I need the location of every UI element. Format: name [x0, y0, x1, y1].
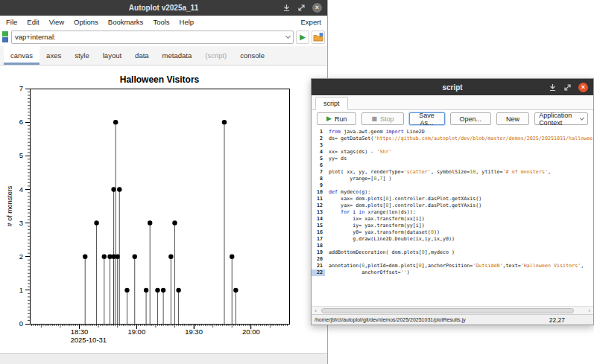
go-play-icon: ▶ [300, 33, 306, 41]
open-button-label: Open... [460, 115, 482, 123]
save-as-button[interactable]: Save As... [409, 112, 445, 125]
menu-item-edit[interactable]: Edit [27, 18, 39, 26]
svg-text:0: 0 [19, 319, 23, 328]
run-button-label: Run [335, 115, 347, 123]
line-text [325, 162, 329, 169]
iconify-window-icon[interactable] [549, 83, 557, 92]
horizontal-scrollbar[interactable]: ‹ › [312, 306, 593, 314]
maximize-window-icon[interactable] [297, 4, 306, 12]
tab-style[interactable]: style [68, 46, 96, 65]
tab-metadata[interactable]: metadata [156, 46, 199, 65]
tab-canvas[interactable]: canvas [4, 46, 40, 65]
chart-title: Halloween Visitors [120, 74, 200, 85]
code-line: 18 [312, 243, 593, 249]
go-button[interactable]: ▶ [296, 31, 309, 44]
line-number: 4 [312, 149, 325, 156]
code-line: 15 iy= yax.transform(yy[i]) [312, 223, 593, 229]
menu-item-file[interactable]: File [6, 18, 17, 26]
main-tab-row: canvasaxesstylelayoutdatametadata(script… [0, 46, 327, 66]
tab-data[interactable]: data [128, 46, 156, 65]
tab-axes[interactable]: axes [40, 46, 68, 65]
line-text: addBottomDecoration( dom.plots[0],mydeco… [325, 249, 455, 256]
line-number: 18 [312, 243, 325, 249]
menubar: FileEditViewOptionsBookmarksToolsHelpExp… [0, 16, 327, 28]
line-text: y0= yax.transform(dataset(0)) [325, 229, 440, 236]
stop-button[interactable]: ■ Stop [361, 112, 403, 125]
svg-text:19:00: 19:00 [127, 328, 145, 336]
open-file-button[interactable] [312, 31, 325, 44]
expert-mode-label[interactable]: Expert [301, 18, 321, 26]
line-text [325, 243, 329, 249]
tab-script[interactable]: script [315, 97, 348, 110]
menu-item-view[interactable]: View [49, 18, 64, 26]
script-status-bar: /home/jbf/ct/autoplot/git/dev/demos/2025… [312, 314, 593, 325]
line-number: 8 [312, 176, 325, 182]
line-number: 13 [312, 209, 325, 216]
code-line: 11 xax= dom.plots[0].controller.dasPlot.… [312, 196, 593, 202]
tab-script[interactable]: (script) [198, 46, 233, 65]
svg-text:4: 4 [19, 185, 23, 194]
line-text: ds= getDataSet('https://github.com/autop… [325, 135, 593, 142]
run-play-icon: ▶ [326, 115, 332, 122]
line-number: 14 [312, 216, 325, 223]
new-button[interactable]: New [496, 112, 529, 125]
line-text [325, 256, 329, 263]
close-window-icon[interactable]: × [578, 83, 588, 92]
tab-layout[interactable]: layout [96, 46, 128, 65]
application-context-select[interactable]: Application Context [534, 112, 588, 125]
code-line: 1from java.awt.geom import Line2D [312, 129, 593, 135]
scroll-right-arrow-icon[interactable]: › [586, 307, 593, 314]
scroll-left-arrow-icon[interactable]: ‹ [312, 307, 319, 314]
code-line: 17 g.draw(Line2D.Double(ix,iy,ix,y0)) [312, 236, 593, 243]
code-line: 12 yax= dom.plots[0].controller.dasPlot.… [312, 202, 593, 209]
maximize-window-icon[interactable] [563, 83, 572, 92]
svg-text:20:00: 20:00 [242, 328, 260, 336]
line-text: def mydeco(g): [325, 189, 370, 196]
open-button[interactable]: Open... [450, 112, 492, 125]
scrollbar-thumb[interactable] [321, 308, 574, 313]
menu-item-options[interactable]: Options [74, 18, 98, 26]
line-number: 6 [312, 162, 325, 169]
line-number: 5 [312, 156, 325, 162]
main-window-titlebar[interactable]: Autoplot v2025a_11 × [0, 0, 327, 16]
line-number: 10 [312, 189, 325, 196]
datasource-icon [2, 31, 9, 42]
svg-text:3: 3 [19, 219, 23, 227]
code-line: 19addBottomDecoration( dom.plots[0],myde… [312, 249, 593, 256]
menu-item-tools[interactable]: Tools [153, 18, 169, 26]
line-text: iy= yax.transform(yy[i]) [325, 223, 425, 229]
line-number: 16 [312, 229, 325, 236]
tab-console[interactable]: console [233, 46, 271, 65]
code-line: 9 [312, 182, 593, 189]
script-window-titlebar[interactable]: script × [312, 79, 593, 95]
line-number: 22 [312, 269, 325, 276]
svg-text:7: 7 [19, 84, 23, 92]
y-axis-label: # of monsters [6, 185, 13, 226]
code-line: 21annotation(0,plotId=dom.plots[0],ancho… [312, 263, 593, 269]
menu-item-help[interactable]: Help [180, 18, 195, 26]
stop-square-icon: ■ [371, 116, 377, 122]
iconify-window-icon[interactable] [282, 4, 291, 12]
code-line: 20 [312, 256, 593, 263]
menu-item-bookmarks[interactable]: Bookmarks [108, 18, 144, 26]
address-dropdown-chevron-icon[interactable] [285, 33, 291, 38]
code-line: 22 anchorOffset='') [312, 269, 593, 276]
line-number: 7 [312, 169, 325, 176]
svg-text:2: 2 [19, 252, 23, 261]
line-text: from java.awt.geom import Line2D [325, 129, 425, 135]
line-text [325, 182, 329, 189]
code-line: 16 y0= yax.transform(dataset(0)) [312, 229, 593, 236]
address-bar: ▶ [0, 28, 327, 46]
line-text: yrange=[0,7] ) [325, 176, 392, 182]
address-input[interactable] [15, 33, 286, 41]
code-line: 14 ix= xax.transform(xx[i]) [312, 216, 593, 223]
plot-canvas[interactable]: Halloween Visitors# of monsters012345671… [0, 66, 327, 353]
code-line: 5yy= ds [312, 156, 593, 162]
main-status-bar [0, 353, 327, 364]
script-window-title: script [442, 83, 462, 92]
code-editor[interactable]: 1from java.awt.geom import Line2D2ds= ge… [312, 127, 593, 306]
line-number: 15 [312, 223, 325, 229]
close-window-icon[interactable]: × [312, 3, 322, 13]
run-button[interactable]: ▶ Run [317, 112, 356, 125]
code-line: 4xx= xtags(ds) - '5hr' [312, 149, 593, 156]
